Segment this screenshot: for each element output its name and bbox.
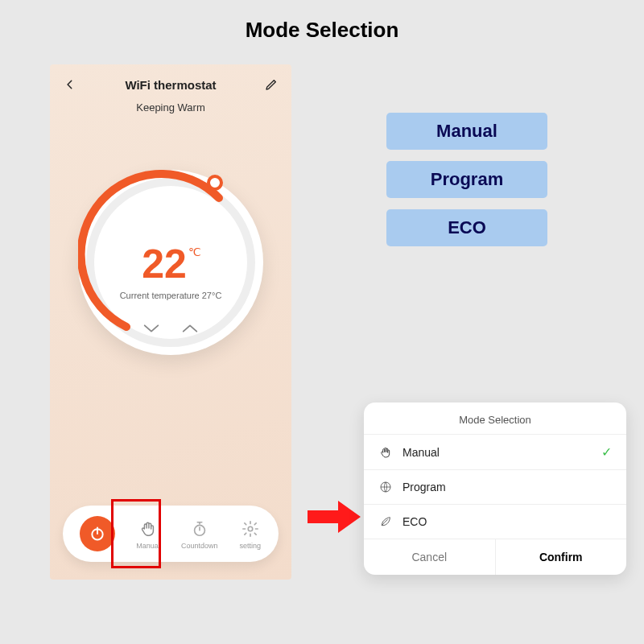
phone-header: WiFi thermostat (50, 64, 291, 97)
setting-button[interactable]: setting (239, 518, 262, 550)
mode-manual-button[interactable]: Manual (136, 518, 160, 550)
stopwatch-icon (188, 518, 211, 540)
back-icon[interactable] (61, 76, 79, 93)
status-text: Keeping Warm (50, 101, 291, 114)
mode-selection-modal: Mode Selection Manual ✓ Program ECO Canc… (364, 402, 626, 575)
check-icon: ✓ (601, 444, 612, 460)
power-button[interactable] (80, 516, 115, 551)
mode-pills: Manual Program ECO (386, 113, 547, 246)
gear-icon (239, 518, 262, 540)
chevron-up-icon[interactable] (181, 320, 199, 338)
modal-row-manual-label: Manual (402, 446, 440, 459)
set-temperature-number: 22 (142, 242, 187, 287)
chevron-down-icon[interactable] (142, 320, 160, 338)
modal-row-eco[interactable]: ECO (364, 504, 626, 539)
temperature-stepper (78, 320, 263, 338)
globe-icon (378, 480, 393, 494)
hand-icon (137, 518, 159, 540)
modal-row-program[interactable]: Program (364, 469, 626, 504)
mode-manual-label: Manual (136, 542, 160, 550)
thermostat-phone-screen: WiFi thermostat Keeping Warm 22℃ Current… (50, 64, 291, 580)
confirm-button[interactable]: Confirm (496, 539, 627, 575)
current-temperature-label: Current temperature 27°C (78, 291, 263, 300)
arrow-right-icon (306, 499, 362, 535)
pill-manual: Manual (386, 113, 547, 150)
page-title: Mode Selection (0, 0, 644, 43)
modal-actions: Cancel Confirm (364, 539, 626, 575)
countdown-button[interactable]: Countdown (181, 518, 218, 550)
leaf-icon (378, 514, 393, 529)
pill-eco: ECO (386, 209, 547, 246)
cancel-button[interactable]: Cancel (364, 539, 496, 575)
setting-label: setting (240, 542, 262, 550)
countdown-label: Countdown (181, 542, 218, 550)
temperature-dial[interactable]: 22℃ Current temperature 27°C (78, 170, 263, 355)
modal-row-program-label: Program (402, 481, 446, 493)
hand-icon (378, 445, 393, 460)
modal-row-eco-label: ECO (402, 515, 427, 528)
bottom-toolbar: Manual Countdown setting (63, 506, 279, 562)
pill-program: Program (386, 161, 547, 198)
app-title: WiFi thermostat (125, 78, 216, 92)
temperature-unit: ℃ (188, 246, 201, 258)
set-temperature-value: 22℃ (78, 241, 263, 287)
svg-point-7 (248, 526, 253, 531)
modal-row-manual[interactable]: Manual ✓ (364, 434, 626, 469)
modal-title: Mode Selection (364, 402, 626, 434)
dial-knob[interactable] (207, 175, 223, 191)
edit-icon[interactable] (262, 76, 280, 93)
